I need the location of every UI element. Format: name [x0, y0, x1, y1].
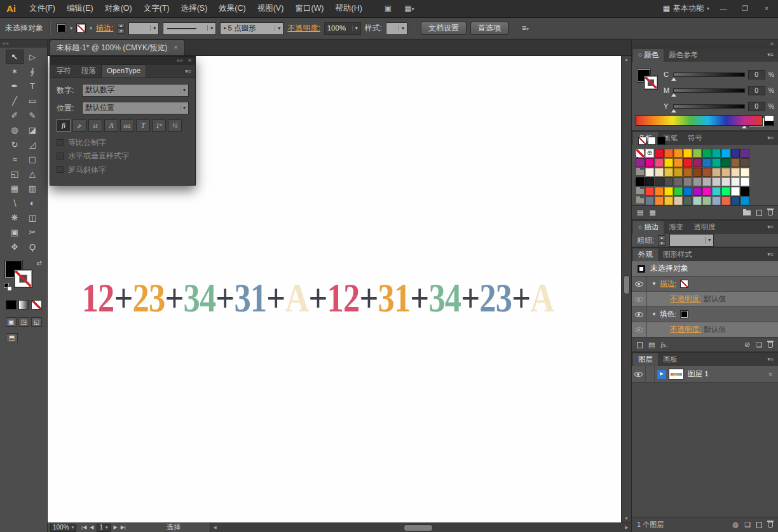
- checkbox-icon[interactable]: [57, 166, 64, 173]
- perspective-grid-tool[interactable]: △: [24, 167, 41, 181]
- stylistic-alternates-button[interactable]: aa: [120, 119, 134, 132]
- screen-mode-button[interactable]: ⬒: [6, 333, 18, 343]
- menu-item-6[interactable]: 视图(V): [252, 4, 290, 13]
- figure-dropdown[interactable]: 默认数字▾: [82, 84, 189, 97]
- swatch[interactable]: [740, 196, 749, 205]
- expand-caret-icon[interactable]: ▼: [652, 281, 657, 287]
- checkbox-icon[interactable]: [57, 139, 64, 146]
- swatch[interactable]: [655, 187, 664, 196]
- panel-menu-icon[interactable]: ▾≡: [767, 51, 778, 58]
- swatch[interactable]: [693, 149, 702, 158]
- standard-ligatures-button[interactable]: fi: [57, 119, 71, 132]
- close-panel-icon[interactable]: ×: [188, 57, 191, 64]
- menu-item-1[interactable]: 编辑(E): [61, 4, 99, 13]
- swatch[interactable]: [693, 168, 702, 177]
- stroke-dropdown-icon[interactable]: ▾: [90, 25, 92, 32]
- swatch[interactable]: [683, 158, 692, 167]
- slider-caret-icon[interactable]: [671, 109, 676, 113]
- slice-tool[interactable]: ✂: [24, 225, 41, 240]
- swatch[interactable]: [645, 158, 654, 167]
- width-tool[interactable]: ≈: [6, 152, 24, 167]
- symbol-sprayer-tool[interactable]: ❋: [6, 210, 24, 225]
- pen-tool[interactable]: ✒: [6, 79, 24, 93]
- eyedropper-tool[interactable]: ∖: [6, 196, 24, 210]
- gradient-mode-button[interactable]: [18, 300, 29, 310]
- control-panel-menu-icon[interactable]: ≡▾: [522, 24, 529, 32]
- swatch[interactable]: [664, 168, 673, 177]
- rotate-tool[interactable]: ↻: [6, 137, 24, 152]
- type-tool[interactable]: T: [24, 79, 41, 93]
- swatch[interactable]: [645, 187, 654, 196]
- swatch[interactable]: [655, 177, 664, 186]
- swatch-kinds-icon[interactable]: ▦: [649, 208, 655, 217]
- swatch[interactable]: [645, 196, 654, 205]
- swatch[interactable]: [702, 149, 711, 158]
- rectangle-tool[interactable]: ▭: [24, 93, 41, 108]
- appearance-stroke-opacity-row[interactable]: 不透明度: 默认值: [632, 292, 778, 307]
- opacity-dropdown[interactable]: 100%▾: [324, 22, 361, 35]
- swatch[interactable]: [683, 187, 692, 196]
- visibility-eye-icon[interactable]: [635, 297, 643, 302]
- tab-character[interactable]: 字符: [51, 65, 76, 78]
- visibility-eye-icon[interactable]: [635, 282, 643, 287]
- swatch[interactable]: [664, 158, 673, 167]
- swatch[interactable]: [731, 149, 740, 158]
- swatch[interactable]: [683, 177, 692, 186]
- restore-button[interactable]: ❐: [737, 4, 753, 13]
- draw-inside-icon[interactable]: ◱: [31, 317, 42, 327]
- arrange-documents-icon[interactable]: ▦▾: [404, 4, 414, 13]
- swatch[interactable]: [740, 168, 749, 177]
- opacity-link[interactable]: 不透明度:: [670, 295, 701, 304]
- direct-selection-tool[interactable]: ▷: [24, 50, 41, 64]
- zoom-tool[interactable]: Ϙ: [24, 240, 41, 254]
- delete-layer-icon[interactable]: [768, 522, 773, 528]
- swatch[interactable]: [721, 196, 730, 205]
- stroke-color-swatch[interactable]: [680, 280, 688, 288]
- slider-caret-icon[interactable]: [671, 78, 676, 81]
- new-layer-icon[interactable]: [756, 522, 762, 528]
- swatch[interactable]: [721, 158, 730, 167]
- scroll-down-icon[interactable]: ▼: [622, 516, 631, 521]
- close-button[interactable]: ×: [759, 4, 774, 13]
- scroll-right-icon[interactable]: ▶: [622, 525, 631, 530]
- swatch[interactable]: [740, 177, 749, 186]
- fill-color-swatch[interactable]: [680, 310, 688, 318]
- document-tab[interactable]: 未标题-1* @ 100% (CMYK/预览) ×: [50, 39, 185, 55]
- panel-menu-icon[interactable]: ▾≡: [185, 68, 195, 75]
- panel-menu-icon[interactable]: ▾≡: [767, 356, 778, 363]
- color-mode-button[interactable]: [6, 300, 17, 310]
- visibility-eye-icon[interactable]: [635, 312, 643, 317]
- menu-item-2[interactable]: 对象(O): [99, 4, 138, 13]
- swatch[interactable]: [636, 169, 645, 175]
- swatch[interactable]: [655, 158, 664, 167]
- menu-item-4[interactable]: 选择(S): [175, 4, 214, 13]
- swatch[interactable]: [740, 149, 749, 158]
- layer-thumbnail[interactable]: [669, 369, 684, 379]
- swatch[interactable]: [702, 177, 711, 186]
- swatch[interactable]: [645, 168, 654, 177]
- stroke-proxy-swatch[interactable]: [15, 270, 32, 287]
- color-spectrum[interactable]: [636, 115, 763, 126]
- tab-appearance[interactable]: 外观: [633, 249, 658, 261]
- previous-artboard-icon[interactable]: ◀: [90, 524, 93, 531]
- swatch[interactable]: [683, 149, 692, 158]
- menu-item-8[interactable]: 帮助(H): [330, 4, 368, 13]
- new-color-group-icon[interactable]: [743, 210, 751, 215]
- swatch[interactable]: [655, 168, 664, 177]
- swatch[interactable]: [712, 168, 721, 177]
- ot-option-2[interactable]: 罗马斜体字: [57, 165, 189, 174]
- swatch[interactable]: [702, 158, 711, 167]
- yellow-slider[interactable]: [673, 104, 745, 109]
- menu-item-0[interactable]: 文件(F): [24, 4, 61, 13]
- stroke-swatch[interactable]: [645, 76, 657, 89]
- document-setup-button[interactable]: 文档设置: [421, 22, 467, 35]
- draw-normal-icon[interactable]: ▣: [6, 317, 17, 327]
- layer-row[interactable]: ▶ 图层 1 ○: [632, 366, 778, 383]
- appearance-stroke-row[interactable]: ▼ 描边:: [632, 276, 778, 292]
- white-swatch[interactable]: [648, 137, 656, 145]
- stroke-weight-stepper[interactable]: ▲▼: [117, 23, 125, 34]
- gradient-tool[interactable]: ▥: [24, 181, 41, 196]
- tab-symbols[interactable]: 符号: [683, 132, 707, 145]
- new-stroke-icon[interactable]: [637, 342, 643, 348]
- swatch[interactable]: [674, 168, 683, 177]
